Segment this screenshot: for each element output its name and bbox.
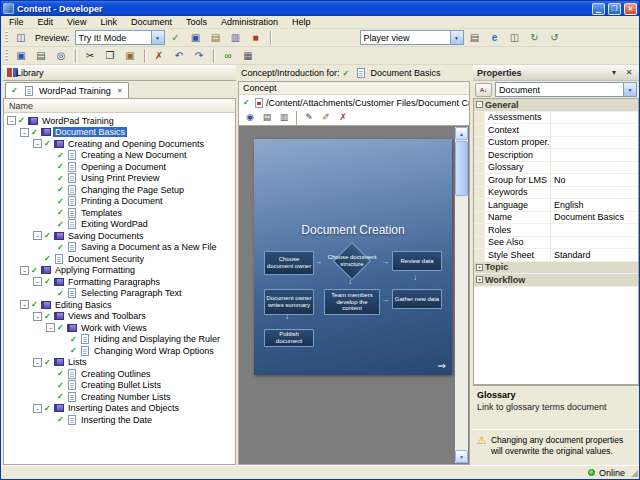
tree-item[interactable]: -✓Saving Documents [4,230,235,242]
property-row[interactable]: Roles [474,224,638,237]
browser-preview-icon[interactable]: ◫ [506,30,524,46]
internet-explorer-icon[interactable]: e [486,30,504,46]
property-category-topic[interactable]: +Topic [474,262,638,275]
preview-scrollbar[interactable]: ▲ ▼ [455,127,468,463]
tree-expander[interactable]: - [33,139,42,148]
replace-attachment-icon[interactable]: ✐ [318,111,334,124]
tree-expander[interactable]: - [33,231,42,240]
tree-item[interactable]: -✓Document Basics [4,127,235,139]
tree-item[interactable]: -✓Lists [4,357,235,369]
scrollbar-thumb[interactable] [455,141,468,196]
tree-item[interactable]: -✓Formatting Paragraphs [4,276,235,288]
property-row[interactable]: Description [474,149,638,162]
chevron-down-icon[interactable]: ▼ [151,31,164,44]
property-value[interactable]: No [551,175,638,185]
open-attachment-icon[interactable]: ▤ [259,111,275,124]
tree-item[interactable]: ✓Hiding and Displaying the Ruler [4,334,235,346]
tree-item[interactable]: -✓Editing Basics [4,299,235,311]
title-bar[interactable]: Content - Developer ▁ ❒ ✕ [1,1,639,16]
property-category-workflow[interactable]: +Workflow [474,274,638,287]
close-icon[interactable]: ✕ [623,67,635,79]
tree-item[interactable]: ✓Creating a New Document [4,150,235,162]
remove-attachment-icon[interactable]: ✗ [335,111,351,124]
tree-expander[interactable]: - [33,312,42,321]
tree-item[interactable]: -✓Work with Views [4,322,235,334]
tree-item[interactable]: ✓Opening a Document [4,161,235,173]
paste-icon[interactable]: ▣ [121,48,139,64]
search-icon[interactable]: ◎ [52,48,70,64]
property-row[interactable]: LanguageEnglish [474,199,638,212]
tree-item[interactable]: ✓Printing a Document [4,196,235,208]
menu-item-help[interactable]: Help [285,16,318,28]
cut-icon[interactable]: ✂ [81,48,99,64]
expand-icon[interactable]: + [476,276,483,283]
property-value[interactable]: Standard [551,250,638,260]
menu-item-administration[interactable]: Administration [214,16,285,28]
property-row[interactable]: Group for LMSNo [474,174,638,187]
menu-item-document[interactable]: Document [124,16,179,28]
edit-attachment-icon[interactable]: ✎ [301,111,317,124]
refresh-icon[interactable]: ↻ [526,30,544,46]
tree-expander[interactable]: - [33,358,42,367]
tree-item[interactable]: -✓Creating and Opening Documents [4,138,235,150]
property-value[interactable]: English [551,200,638,210]
resize-grip[interactable]: ◢ [631,469,638,478]
tab-close-icon[interactable]: ✕ [117,87,123,95]
tree-expander[interactable]: - [33,277,42,286]
tree-item[interactable]: ✓Changing Word Wrap Options [4,345,235,357]
save-icon[interactable]: ▣ [12,48,30,64]
tree-item[interactable]: ✓Creating Bullet Lists [4,380,235,392]
tree-item[interactable]: ✓Saving a Document as a New File [4,242,235,254]
try-it-check-icon[interactable]: ✓ [167,30,185,46]
tree-item[interactable]: ✓Templates [4,207,235,219]
tree-item[interactable]: ✓Exiting WordPad [4,219,235,231]
property-row[interactable]: NameDocument Basics [474,212,638,225]
delete-icon[interactable]: ✗ [150,48,168,64]
property-row[interactable]: Custom proper... [474,137,638,150]
stop-preview-icon[interactable]: ■ [247,30,265,46]
tree-item[interactable]: -✓Views and Toolbars [4,311,235,323]
property-row[interactable]: Glossary [474,162,638,175]
property-row[interactable]: Style SheetStandard [474,249,638,262]
object-combobox[interactable]: Document ▼ [495,82,637,97]
scroll-up-icon[interactable]: ▲ [455,127,468,140]
chevron-down-icon[interactable]: ▼ [623,83,636,96]
sort-alphabetical-icon[interactable]: A↓ [475,83,492,97]
tree-item[interactable]: ✓Creating Number Lists [4,391,235,403]
undo-icon[interactable]: ↶ [170,48,188,64]
library-header[interactable]: Library [3,65,236,81]
menu-item-tools[interactable]: Tools [179,16,214,28]
expand-icon[interactable]: + [476,264,483,271]
print-attachment-icon[interactable]: ▥ [276,111,292,124]
tree-column-header[interactable]: Name [4,99,235,113]
scroll-down-icon[interactable]: ▼ [455,450,468,463]
tree-expander[interactable]: - [7,116,16,125]
menu-item-view[interactable]: View [60,16,93,28]
tree-item[interactable]: ✓Inserting the Date [4,414,235,426]
redo-icon[interactable]: ↷ [190,48,208,64]
window-menu-icon[interactable]: ▾ [608,67,620,79]
property-category-general[interactable]: -General [474,99,638,112]
tree-expander[interactable]: - [20,128,29,137]
tree-expander[interactable]: - [33,404,42,413]
tree-item[interactable]: -✓WordPad Training [4,115,235,127]
property-row[interactable]: See Also [474,237,638,250]
menu-item-file[interactable]: File [2,16,31,28]
menu-item-link[interactable]: Link [93,16,124,28]
print-mode-icon[interactable]: ▥ [227,30,245,46]
demo-monitor-icon[interactable]: ▣ [187,30,205,46]
link-icon[interactable]: ∞ [219,48,237,64]
sync-icon[interactable]: ↺ [546,30,564,46]
preview-mode-icon[interactable]: ◫ [12,30,30,46]
property-value[interactable]: Document Basics [551,212,638,222]
tab-wordpad-training[interactable]: ✓ WordPad Training ✕ [5,82,129,98]
tree-item[interactable]: -✓Inserting Dates and Objects [4,403,235,415]
collapse-icon[interactable]: - [476,101,483,108]
print-icon[interactable]: ▤ [32,48,50,64]
tree-item[interactable]: ✓Using Print Preview [4,173,235,185]
minimize-button[interactable]: ▁ [592,3,605,15]
tree-item[interactable]: ✓Selecting Paragraph Text [4,288,235,300]
tree-expander[interactable]: - [20,300,29,309]
menu-item-edit[interactable]: Edit [31,16,61,28]
view-attachment-icon[interactable]: ◉ [242,111,258,124]
